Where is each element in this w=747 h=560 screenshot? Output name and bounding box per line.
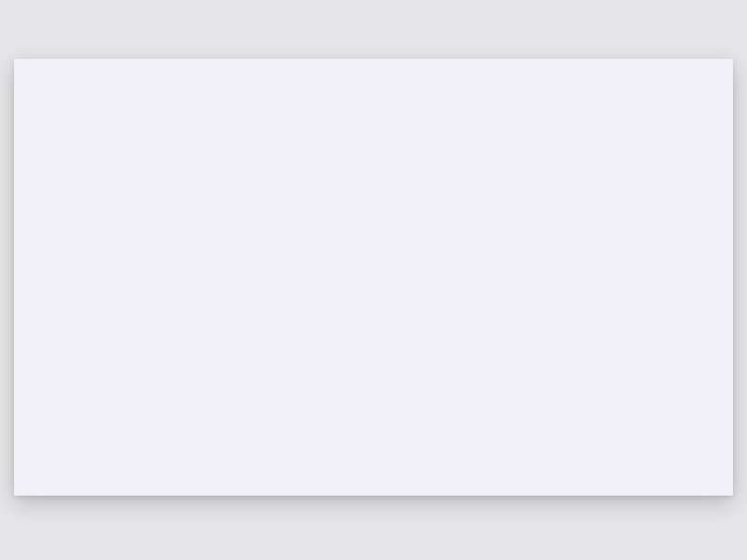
blank-panel <box>14 59 733 496</box>
